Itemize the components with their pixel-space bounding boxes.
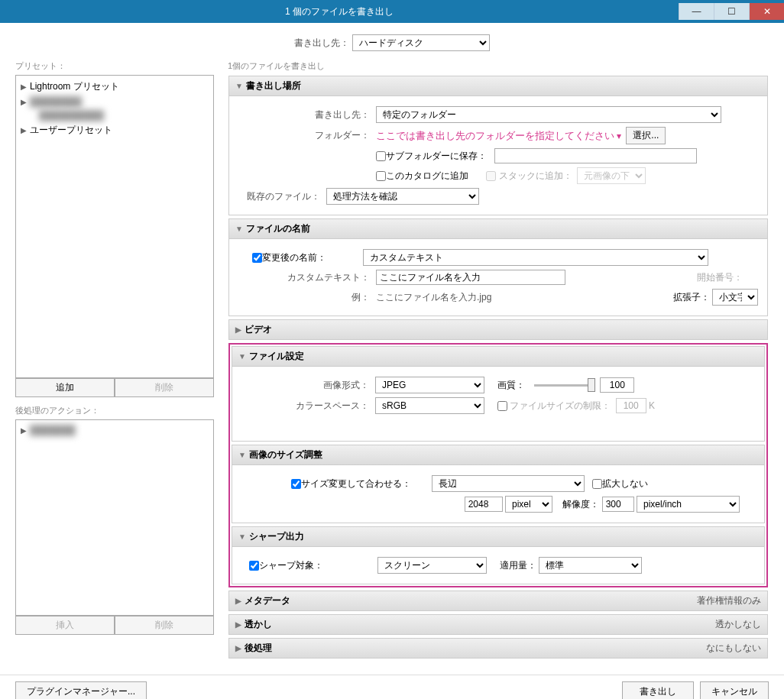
colorspace-label: カラースペース： [241, 400, 375, 413]
resolution-unit-select[interactable]: pixel/inch [637, 496, 740, 513]
tree-expand-icon: ▶ [21, 126, 27, 134]
example-value: ここにファイル名を入力.jpg [376, 291, 491, 304]
naming-template-select[interactable]: カスタムテキスト [363, 249, 708, 266]
example-label: 例： [238, 291, 376, 304]
titlebar: 1 個のファイルを書き出し — ☐ ✕ [0, 0, 784, 23]
export-to-select[interactable]: ハードディスク [352, 34, 490, 51]
sharpen-for-select[interactable]: スクリーン [377, 557, 487, 574]
existing-files-label: 既存のファイル： [238, 190, 326, 203]
remove-preset-button[interactable]: 削除 [115, 378, 214, 397]
existing-files-select[interactable]: 処理方法を確認 [326, 188, 479, 205]
panel-header-postprocess[interactable]: ▶後処理なにもしない [229, 639, 767, 658]
fit-select[interactable]: 長辺 [432, 475, 585, 492]
panel-image-sizing: ▼画像のサイズ調整 サイズ変更して合わせる： 長辺 拡大しない pixel 解像… [232, 445, 765, 523]
panel-watermark: ▶透かし透かしなし [228, 614, 768, 635]
amount-label: 適用量： [500, 559, 536, 572]
metadata-summary: 著作権情報のみ [697, 594, 761, 607]
insert-action-button[interactable]: 挿入 [15, 616, 115, 635]
panel-header-filesettings[interactable]: ▼ファイル設定 [232, 347, 764, 367]
close-button[interactable]: ✕ [749, 3, 784, 20]
amount-select[interactable]: 標準 [539, 557, 642, 574]
postprocess-summary: なにもしない [706, 642, 761, 655]
resolution-label: 解像度： [562, 498, 599, 511]
add-preset-button[interactable]: 追加 [15, 378, 115, 397]
preset-item[interactable]: ██████████ [16, 108, 213, 122]
expand-icon: ▶ [235, 597, 241, 605]
rename-checkbox[interactable] [252, 253, 262, 263]
panel-export-location: ▼書き出し場所 書き出し先：特定のフォルダー フォルダー：ここでは書き出し先のフ… [228, 76, 768, 215]
panel-header-naming[interactable]: ▼ファイルの名前 [229, 219, 767, 239]
panel-header-location[interactable]: ▼書き出し場所 [229, 76, 767, 96]
collapse-icon: ▼ [238, 352, 246, 361]
panel-header-sharpen[interactable]: ▼シャープ出力 [232, 527, 764, 547]
export-to-label: 書き出し先： [294, 37, 349, 48]
stack-checkbox [486, 171, 496, 181]
resize-checkbox[interactable] [291, 479, 301, 489]
presets-list[interactable]: ▶ Lightroom プリセット ▶ ████████ ██████████ … [15, 75, 214, 378]
expand-icon: ▶ [235, 620, 241, 629]
panel-file-naming: ▼ファイルの名前 変更後の名前： カスタムテキスト カスタムテキスト：開始番号：… [228, 218, 768, 316]
custom-text-label: カスタムテキスト： [238, 271, 376, 284]
postaction-item[interactable]: ▶ ███████ [16, 423, 213, 437]
folder-label: フォルダー： [238, 129, 376, 142]
resolution-input[interactable] [602, 497, 634, 512]
export-count-label: 1個のファイルを書き出し [228, 60, 769, 72]
expand-icon: ▶ [235, 644, 241, 652]
minimize-button[interactable]: — [679, 3, 714, 20]
panel-header-watermark[interactable]: ▶透かし透かしなし [229, 615, 767, 634]
tree-expand-icon: ▶ [21, 83, 27, 91]
tree-expand-icon: ▶ [21, 426, 27, 435]
location-export-to-select[interactable]: 特定のフォルダー [376, 106, 721, 123]
colorspace-select[interactable]: sRGB [375, 397, 484, 414]
limit-checkbox[interactable] [497, 401, 507, 411]
size-unit-select[interactable]: pixel [505, 496, 552, 513]
catalog-checkbox[interactable] [376, 171, 386, 181]
dont-enlarge-checkbox[interactable] [592, 479, 602, 489]
location-export-to-label: 書き出し先： [238, 108, 376, 121]
panel-metadata: ▶メタデータ著作権情報のみ [228, 591, 768, 611]
preset-item[interactable]: ▶ ████████ [16, 95, 213, 108]
format-select[interactable]: JPEG [375, 377, 484, 393]
window-title: 1 個のファイルを書き出し [0, 5, 679, 18]
watermark-summary: 透かしなし [715, 618, 761, 631]
presets-label: プリセット： [15, 60, 214, 72]
sharpen-checkbox[interactable] [249, 561, 259, 571]
start-number-label: 開始番号： [697, 271, 758, 284]
size-input[interactable] [465, 497, 503, 512]
panel-header-video[interactable]: ▶ビデオ [229, 320, 767, 339]
limit-input [616, 398, 646, 413]
export-button[interactable]: 書き出し [622, 681, 694, 699]
ext-select[interactable]: 小文字 [712, 289, 758, 306]
format-label: 画像形式： [241, 379, 375, 392]
subfolder-input[interactable] [494, 148, 697, 163]
ext-label: 拡張子： [673, 292, 710, 303]
collapse-icon: ▼ [235, 225, 243, 233]
postactions-list[interactable]: ▶ ███████ [15, 419, 214, 616]
preset-item[interactable]: ▶ Lightroom プリセット [16, 79, 213, 95]
maximize-button[interactable]: ☐ [714, 3, 749, 20]
choose-folder-button[interactable]: 選択... [626, 127, 666, 144]
panel-postprocess: ▶後処理なにもしない [228, 638, 768, 659]
quality-input[interactable] [600, 377, 634, 393]
panel-header-metadata[interactable]: ▶メタデータ著作権情報のみ [229, 591, 767, 610]
remove-action-button[interactable]: 削除 [115, 616, 214, 635]
subfolder-checkbox[interactable] [376, 151, 386, 161]
postactions-label: 後処理のアクション： [15, 405, 214, 416]
quality-label: 画質： [497, 379, 525, 392]
quality-slider[interactable] [534, 384, 595, 387]
collapse-icon: ▼ [235, 82, 243, 90]
panel-video: ▶ビデオ [228, 319, 768, 340]
folder-path-text: ここでは書き出し先のフォルダーを指定してください [376, 129, 614, 143]
preset-item[interactable]: ▶ ユーザープリセット [16, 122, 213, 138]
stack-select: 元画像の下 [577, 167, 646, 184]
custom-text-input[interactable] [376, 270, 565, 285]
panel-header-sizing[interactable]: ▼画像のサイズ調整 [232, 445, 764, 465]
plugin-manager-button[interactable]: プラグインマネージャー... [15, 681, 147, 699]
collapse-icon: ▼ [238, 451, 246, 459]
expand-icon: ▶ [235, 325, 241, 334]
panel-file-settings: ▼ファイル設定 画像形式：JPEG 画質： カラースペース：sRGB ファイルサ… [232, 346, 765, 442]
cancel-button[interactable]: キャンセル [700, 681, 769, 699]
panel-output-sharpening: ▼シャープ出力 シャープ対象：スクリーン 適用量： 標準 [232, 526, 765, 584]
tree-expand-icon: ▶ [21, 98, 27, 106]
collapse-icon: ▼ [238, 532, 246, 541]
